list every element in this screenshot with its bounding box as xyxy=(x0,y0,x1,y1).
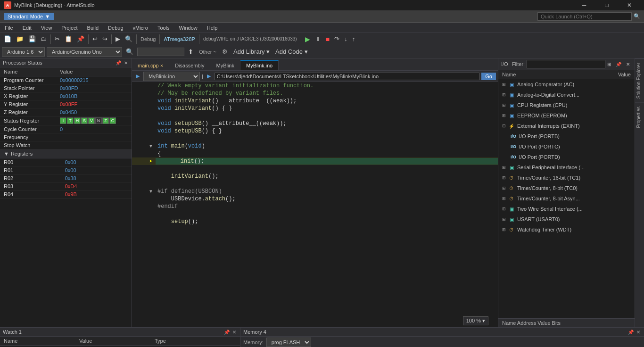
io-item-label: Watchdog Timer (WDT) xyxy=(517,227,631,232)
add-library-button[interactable]: Add Library ▾ xyxy=(231,47,272,56)
io-item-icon: ▣ xyxy=(508,112,515,119)
build-button[interactable]: ▶ xyxy=(114,34,122,43)
arduino-search-button[interactable]: 🔍 xyxy=(124,47,135,56)
memory-type-select[interactable]: prog FLASH xyxy=(266,338,311,347)
tab-main-cpp[interactable]: main.cpp × xyxy=(132,61,169,70)
quick-launch-input[interactable] xyxy=(537,12,632,21)
save-all-button[interactable]: 🗂 xyxy=(39,34,49,43)
go-button[interactable]: Go xyxy=(481,73,496,80)
close-panel-icon[interactable]: ✕ xyxy=(123,60,129,66)
debug-pause-button[interactable]: ⏸ xyxy=(313,34,323,43)
other-button[interactable]: Other ~ xyxy=(199,49,216,55)
line-gutter: ▼ xyxy=(146,143,156,149)
debug-stop-button[interactable]: ■ xyxy=(324,34,331,44)
menu-help[interactable]: Help xyxy=(202,24,223,32)
list-item[interactable]: ⊞ ▣ Analog-to-Digital Convert... xyxy=(498,90,635,100)
menu-window[interactable]: Window xyxy=(174,24,202,32)
list-item[interactable]: ⊞ ▣ Serial Peripheral Interface (... xyxy=(498,162,635,173)
tab-disassembly[interactable]: Disassembly xyxy=(169,61,210,70)
debug-interface-label: debugWIRE on JTAGICE3 (J302000016033) xyxy=(201,36,299,41)
new-file-button[interactable]: 📄 xyxy=(2,34,13,43)
maximize-button[interactable]: □ xyxy=(596,0,618,10)
line-code: setup(); xyxy=(156,218,498,225)
solution-explorer-tab[interactable]: Solution Explorer xyxy=(635,58,644,102)
menubar: File Edit View Project Build Debug vMicr… xyxy=(0,23,644,33)
list-item[interactable]: ⊞ ▣ EEPROM (EEPROM) xyxy=(498,110,635,121)
arduino-version-dropdown[interactable]: Arduino 1.6 xyxy=(2,47,45,57)
arduino-board-dropdown[interactable]: Arduino/Genuino Uno xyxy=(47,47,122,57)
close-button[interactable]: ✕ xyxy=(619,0,640,10)
io-item-icon: ▣ xyxy=(508,91,515,99)
menu-tools[interactable]: Tools xyxy=(153,24,174,32)
debug-step-out[interactable]: ↑ xyxy=(350,34,357,43)
menu-project[interactable]: Project xyxy=(57,24,82,32)
debug-step-over[interactable]: ↷ xyxy=(332,34,341,43)
arduino-search-input[interactable] xyxy=(137,48,184,56)
list-item[interactable]: ⊞ ⏱ Timer/Counter, 8-bit Asyn... xyxy=(498,193,635,204)
debug-step-into[interactable]: ↓ xyxy=(342,34,349,43)
watch-pin-icon[interactable]: 📌 xyxy=(223,330,231,335)
list-item[interactable]: ⊞ ▣ CPU Registers (CPU) xyxy=(498,100,635,110)
list-item[interactable]: I/O I/O Port (PORTD) xyxy=(498,152,635,162)
pin-icon[interactable]: 📌 xyxy=(115,60,122,66)
bit-H: H xyxy=(74,117,81,124)
menu-view[interactable]: View xyxy=(36,24,57,32)
open-file-button[interactable]: 📁 xyxy=(14,34,25,43)
debug-config-label: Debug xyxy=(139,36,157,42)
list-item[interactable]: ⊞ ⏱ Timer/Counter, 16-bit (TC1) xyxy=(498,173,635,183)
registers-section-header[interactable]: ▼ Registers xyxy=(0,149,132,158)
standard-mode-button[interactable]: Standard Mode ▼ xyxy=(4,13,54,20)
tab-myblink-ino[interactable]: MyBlink.ino xyxy=(240,60,279,70)
debug-play-button[interactable]: ▶ xyxy=(303,34,312,44)
list-item[interactable]: ⊞ ▣ Analog Comparator (AC) xyxy=(498,79,635,90)
paste-button[interactable]: 📌 xyxy=(75,34,86,43)
watch-close-icon[interactable]: ✕ xyxy=(231,330,237,335)
io-filter-input[interactable] xyxy=(527,60,605,68)
zoom-button[interactable]: 🔍 xyxy=(123,34,134,43)
menu-build[interactable]: Build xyxy=(83,24,103,32)
list-item[interactable]: I/O I/O Port (PORTC) xyxy=(498,141,635,152)
menu-file[interactable]: File xyxy=(0,24,18,32)
file-select-left[interactable]: MyBlink.ino xyxy=(143,72,200,81)
code-line: void setupUSB() { } xyxy=(132,127,498,135)
properties-tab[interactable]: Properties xyxy=(635,102,644,132)
side-tabs: Solution Explorer Properties xyxy=(635,58,644,327)
list-item[interactable]: I/O I/O Port (PORTB) xyxy=(498,131,635,141)
menu-debug[interactable]: Debug xyxy=(103,24,128,32)
tab-myblink[interactable]: MyBlink xyxy=(210,61,240,70)
io-close-button[interactable]: ✕ xyxy=(624,61,632,68)
io-col-value: Value xyxy=(618,72,631,77)
io-item-icon: I/O xyxy=(510,153,517,161)
minimize-button[interactable]: ─ xyxy=(573,0,595,10)
list-item[interactable]: ⊞ ⏱ Timer/Counter, 8-bit (TC0) xyxy=(498,183,635,193)
settings-button[interactable]: ⚙ xyxy=(220,47,230,56)
code-line: ▼ int main(void) xyxy=(132,142,498,150)
io-pin-button[interactable]: 📌 xyxy=(614,61,623,68)
io-view-button[interactable]: ⊞ xyxy=(605,61,613,68)
save-button[interactable]: 💾 xyxy=(26,34,38,43)
undo-button[interactable]: ↩ xyxy=(91,34,99,43)
redo-button[interactable]: ↪ xyxy=(100,34,109,43)
table-row: R00 0x00 xyxy=(0,158,132,166)
memory-pin-icon[interactable]: 📌 xyxy=(627,330,635,335)
cut-button[interactable]: ✂ xyxy=(53,34,62,43)
status-bits: I T H S V N Z C xyxy=(60,117,128,124)
watch-panel-title: Watch 1 xyxy=(3,329,22,335)
arduino-upload-button[interactable]: ⬆ xyxy=(186,47,195,56)
menu-edit[interactable]: Edit xyxy=(18,24,36,32)
table-row: R01 0x00 xyxy=(0,166,132,174)
copy-button[interactable]: 📋 xyxy=(63,34,74,43)
expand-icon: ⊞ xyxy=(502,82,506,87)
target-chip-label: ATmega328P xyxy=(162,36,197,42)
list-item[interactable]: ⊞ ▣ USART (USART0) xyxy=(498,214,635,224)
y-register-label: Y Register xyxy=(0,100,56,108)
code-editor-area[interactable]: // Weak empty variant initialization fun… xyxy=(132,82,498,327)
file-path-input[interactable] xyxy=(215,73,479,80)
add-code-button[interactable]: Add Code ▾ xyxy=(273,47,309,56)
list-item[interactable]: ⊞ ▣ Two Wire Serial Interface (... xyxy=(498,204,635,214)
memory-close-icon[interactable]: ✕ xyxy=(636,330,641,335)
toolbar-separator xyxy=(50,34,51,44)
list-item[interactable]: ⊟ ⚡ External Interrupts (EXINT) xyxy=(498,121,635,131)
menu-vmicro[interactable]: vMicro xyxy=(128,24,153,32)
list-item[interactable]: ⊞ ⏱ Watchdog Timer (WDT) xyxy=(498,224,635,235)
